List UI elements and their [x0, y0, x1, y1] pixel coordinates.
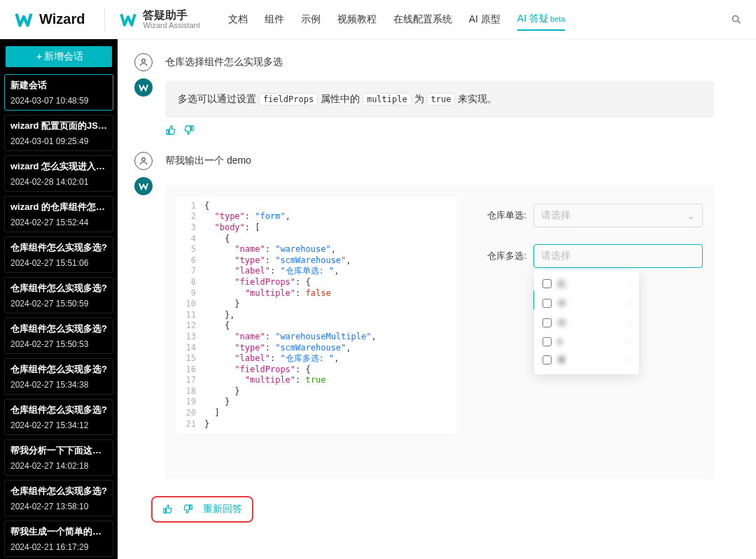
wizard-logo-icon — [14, 10, 34, 29]
nav-item[interactable]: 视频教程 — [337, 9, 377, 30]
chevron-right-icon: › — [628, 279, 631, 289]
nav-item[interactable]: 文档 — [228, 9, 248, 30]
form-preview: 仓库单选: 请选择 ⌄ 仓库多选: 请选择 杭›华›华›9›事› — [477, 197, 703, 318]
chevron-right-icon: › — [628, 318, 631, 328]
option-checkbox[interactable] — [542, 299, 552, 308]
session-item[interactable]: 仓库组件怎么实现多选?2024-02-27 15:50:53 — [4, 318, 113, 354]
dropdown-option[interactable]: 华› — [534, 294, 639, 313]
session-item[interactable]: 帮我生成一个简单的表...2024-02-21 16:17:29 — [4, 521, 113, 557]
user-avatar-icon — [134, 53, 153, 71]
option-checkbox[interactable] — [542, 318, 552, 327]
option-checkbox[interactable] — [542, 337, 552, 346]
regenerate-box: 重新回答 — [151, 496, 253, 523]
session-item[interactable]: 仓库组件怎么实现多选?2024-02-27 13:58:10 — [4, 480, 113, 516]
svg-point-3 — [142, 157, 146, 161]
chat-main: 仓库选择组件怎么实现多选 多选可以通过设置 fieldProps 属性中的 mu… — [118, 39, 756, 559]
session-item[interactable]: 仓库组件怎么实现多选?2024-02-27 15:34:12 — [4, 399, 113, 435]
chevron-right-icon: › — [628, 337, 631, 346]
search-icon[interactable] — [731, 14, 742, 25]
session-item[interactable]: 新建会话2024-03-07 10:48:59 — [4, 74, 113, 111]
brand-divider — [104, 7, 105, 32]
thumbs-down-icon[interactable] — [183, 125, 195, 136]
session-item[interactable]: 仓库组件怎么实现多选?2024-02-27 15:34:38 — [4, 358, 113, 395]
bot-avatar-icon — [134, 78, 153, 97]
bot-avatar-icon — [134, 177, 153, 195]
session-list: 新建会话2024-03-07 10:48:59wizard 配置页面的JSON.… — [0, 74, 118, 557]
single-select[interactable]: 请选择 ⌄ — [533, 204, 703, 227]
user-avatar-icon — [134, 152, 153, 170]
multi-select-dropdown[interactable]: 杭›华›华›9›事› — [534, 270, 639, 374]
answer-bubble: 多选可以通过设置 fieldProps 属性中的 multiple 为 true… — [165, 81, 714, 118]
chevron-down-icon: ⌄ — [687, 210, 695, 221]
dropdown-option[interactable]: 9› — [534, 333, 639, 351]
svg-point-2 — [142, 59, 146, 62]
nav-item[interactable]: AI 答疑beta — [517, 8, 566, 31]
regenerate-button[interactable]: 重新回答 — [203, 503, 242, 516]
nav-item[interactable]: 示例 — [301, 9, 321, 30]
user-message: 仓库选择组件怎么实现多选 — [165, 53, 714, 69]
form-label-multi: 仓库多选: — [477, 250, 526, 262]
assistant-logo-icon — [119, 10, 137, 29]
user-message: 帮我输出一个 demo — [165, 152, 714, 167]
session-sidebar: ＋新增会话 新建会话2024-03-07 10:48:59wizard 配置页面… — [0, 39, 118, 559]
option-checkbox[interactable] — [542, 279, 552, 288]
top-nav: 文档组件示例视频教程在线配置系统AI 原型AI 答疑beta — [228, 8, 566, 31]
session-item[interactable]: 仓库组件怎么实现多选?2024-02-27 15:51:06 — [4, 236, 113, 273]
session-item[interactable]: wizard 怎么实现进入页...2024-02-28 14:02:01 — [4, 155, 113, 192]
session-item[interactable]: 仓库组件怎么实现多选?2024-02-27 15:50:59 — [4, 277, 113, 313]
thumbs-down-icon[interactable] — [183, 504, 193, 514]
svg-line-1 — [738, 21, 740, 23]
nav-item[interactable]: 在线配置系统 — [393, 9, 452, 30]
brand-main: Wizard — [14, 10, 85, 29]
code-block: 1{2 "type": "form",3 "body": [4 {5 "name… — [176, 197, 456, 434]
chevron-right-icon: › — [628, 355, 631, 365]
bot-message: 1{2 "type": "form",3 "body": [4 {5 "name… — [165, 177, 714, 479]
dropdown-option[interactable]: 事› — [534, 351, 639, 370]
thumbs-up-icon[interactable] — [165, 125, 176, 136]
thumbs-up-icon[interactable] — [162, 504, 173, 514]
option-checkbox[interactable] — [542, 355, 552, 365]
nav-item[interactable]: AI 原型 — [469, 9, 500, 30]
svg-point-0 — [733, 15, 738, 21]
top-bar: Wizard 答疑助手 Wizard Assistant 文档组件示例视频教程在… — [0, 0, 756, 39]
chevron-right-icon: › — [628, 299, 631, 309]
session-item[interactable]: 帮我分析一下下面这个页...2024-02-27 14:02:18 — [4, 439, 113, 476]
session-item[interactable]: wizard 的仓库组件怎么...2024-02-27 15:52:44 — [4, 196, 113, 232]
session-item[interactable]: wizard 配置页面的JSON...2024-03-01 09:25:49 — [4, 115, 113, 151]
bot-message: 多选可以通过设置 fieldProps 属性中的 multiple 为 true… — [165, 78, 714, 118]
form-label-single: 仓库单选: — [477, 209, 526, 222]
new-session-button[interactable]: ＋新增会话 — [6, 46, 112, 67]
multi-select[interactable]: 请选择 杭›华›华›9›事› — [533, 244, 703, 268]
feedback-row — [165, 125, 714, 138]
demo-area: 1{2 "type": "form",3 "body": [4 {5 "name… — [165, 185, 714, 479]
dropdown-option[interactable]: 杭› — [534, 274, 639, 294]
brand-sub: 答疑助手 Wizard Assistant — [119, 9, 200, 30]
nav-item[interactable]: 组件 — [265, 9, 284, 30]
dropdown-option[interactable]: 华› — [534, 313, 639, 333]
